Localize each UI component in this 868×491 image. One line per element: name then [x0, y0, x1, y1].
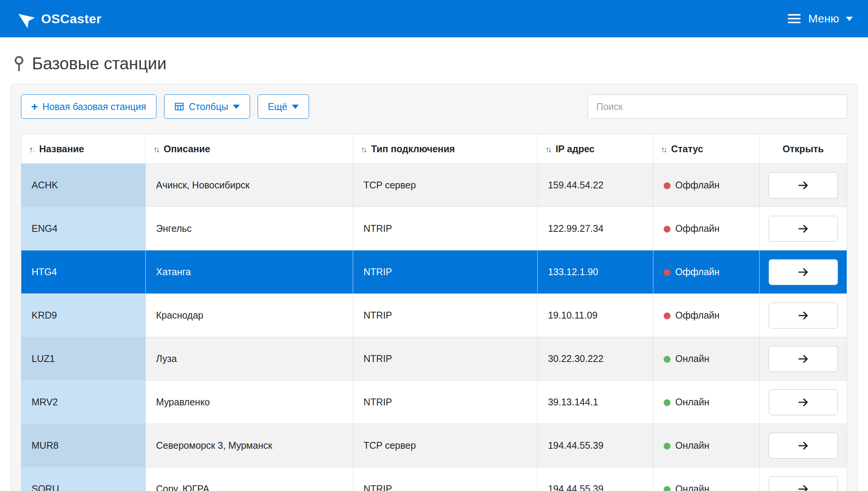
open-station-button[interactable]: [769, 259, 838, 285]
cell-description: Ачинск, Новосибирск: [146, 164, 353, 207]
column-label: Название: [39, 143, 84, 154]
table-row[interactable]: HTG4 Хатанга NTRIP 133.12.1.90 Оффлайн: [21, 250, 847, 294]
chevron-down-icon: [292, 105, 299, 109]
table-row[interactable]: KRD9 Краснодар NTRIP 19.10.11.09 Оффлайн: [21, 294, 847, 337]
status-label: Оффлайн: [675, 223, 720, 234]
menu-label: Меню: [808, 12, 839, 25]
cell-connection: NTRIP: [353, 467, 538, 491]
table-row[interactable]: MUR8 Североморск 3, Мурманск TCP сервер …: [21, 424, 847, 467]
table-row[interactable]: LUZ1 Луза NTRIP 30.22.30.222 Онлайн: [21, 337, 847, 381]
status-dot: [664, 312, 671, 319]
cell-open: [760, 424, 847, 467]
menu-toggle[interactable]: Меню: [787, 12, 853, 25]
open-station-button[interactable]: [769, 303, 838, 328]
brand[interactable]: OSCaster: [15, 9, 102, 29]
cell-name: ACHK: [21, 164, 146, 207]
toolbar-buttons: + Новая базовая станция Столбцы Ещё: [21, 94, 309, 119]
status-label: Оффлайн: [675, 266, 720, 277]
table-header-row: ↑↓Название↑↓Описание↑↓Тип подключения↑↓I…: [21, 134, 847, 164]
stations-panel: + Новая базовая станция Столбцы Ещё: [10, 84, 858, 491]
status-dot: [664, 226, 671, 233]
table-row[interactable]: MRV2 Муравленко NTRIP 39.13.144.1 Онлайн: [21, 381, 847, 424]
open-station-button[interactable]: [769, 172, 838, 198]
cell-status: Оффлайн: [653, 207, 760, 250]
column-header-status[interactable]: ↑↓Статус: [653, 134, 760, 164]
search-input[interactable]: [588, 94, 847, 119]
column-header-description[interactable]: ↑↓Описание: [146, 134, 353, 164]
status-dot: [664, 443, 671, 450]
table-row[interactable]: ENG4 Энгельс NTRIP 122.99.27.34 Оффлайн: [21, 207, 847, 250]
paper-plane-icon: [15, 9, 35, 29]
cell-status: Онлайн: [653, 424, 760, 467]
arrow-right-icon: [797, 179, 809, 191]
cell-connection: NTRIP: [353, 207, 538, 250]
column-label: Открыть: [782, 143, 823, 154]
cell-ip: 194.44.55.39: [537, 467, 653, 491]
cell-status: Онлайн: [653, 467, 760, 491]
table-row[interactable]: SORU Сору, ЮГРА NTRIP 194.44.55.39 Онлай…: [21, 467, 847, 491]
status-dot: [664, 356, 671, 363]
open-station-button[interactable]: [769, 346, 838, 372]
status-label: Онлайн: [675, 353, 710, 364]
columns-button[interactable]: Столбцы: [164, 94, 250, 119]
arrow-right-icon: [797, 483, 809, 491]
cell-open: [760, 381, 847, 424]
status-label: Онлайн: [675, 397, 710, 407]
arrow-right-icon: [797, 440, 809, 452]
open-station-button[interactable]: [769, 389, 838, 415]
sort-icon: ↑↓: [545, 145, 552, 154]
cell-ip: 39.13.144.1: [537, 381, 653, 424]
cell-name: HTG4: [21, 250, 146, 294]
column-header-open: Открыть: [760, 134, 847, 164]
cell-ip: 194.44.55.39: [537, 424, 653, 467]
navbar: OSCaster Меню: [0, 0, 868, 37]
column-label: Описание: [164, 143, 210, 154]
column-label: IP адрес: [556, 143, 595, 154]
cell-ip: 30.22.30.222: [537, 337, 653, 381]
hamburger-icon: [787, 13, 801, 24]
new-station-label: Новая базовая станция: [43, 101, 146, 112]
cell-open: [760, 467, 847, 491]
arrow-right-icon: [797, 223, 809, 235]
columns-label: Столбцы: [189, 101, 228, 112]
column-header-name[interactable]: ↑↓Название: [21, 134, 146, 164]
cell-connection: NTRIP: [353, 294, 538, 337]
stations-table-body: ACHK Ачинск, Новосибирск TCP сервер 159.…: [21, 164, 847, 491]
open-station-button[interactable]: [769, 476, 838, 491]
arrow-right-icon: [797, 309, 809, 322]
cell-connection: TCP сервер: [353, 164, 538, 207]
open-station-button[interactable]: [769, 433, 838, 459]
status-dot: [664, 399, 671, 406]
cell-name: KRD9: [21, 294, 146, 337]
cell-ip: 122.99.27.34: [537, 207, 653, 250]
status-label: Онлайн: [675, 440, 710, 451]
cell-open: [760, 164, 847, 207]
more-button[interactable]: Ещё: [258, 94, 309, 119]
open-station-button[interactable]: [769, 216, 838, 242]
page-title-label: Базовые станции: [32, 54, 166, 73]
new-station-button[interactable]: + Новая базовая станция: [21, 94, 156, 119]
column-header-connection[interactable]: ↑↓Тип подключения: [353, 134, 538, 164]
status-label: Оффлайн: [675, 180, 720, 190]
cell-connection: NTRIP: [353, 337, 538, 381]
arrow-right-icon: [797, 353, 809, 365]
cell-name: LUZ1: [21, 337, 146, 381]
more-label: Ещё: [268, 101, 287, 112]
cell-description: Луза: [146, 337, 353, 381]
plus-icon: +: [31, 101, 38, 112]
cell-open: [760, 294, 847, 337]
page-title: Базовые станции: [11, 54, 868, 73]
cell-name: SORU: [21, 467, 146, 491]
status-dot: [664, 269, 671, 276]
pin-icon: [11, 55, 27, 72]
column-label: Тип подключения: [371, 143, 455, 154]
table-row[interactable]: ACHK Ачинск, Новосибирск TCP сервер 159.…: [21, 164, 847, 207]
cell-name: ENG4: [21, 207, 146, 250]
cell-connection: NTRIP: [353, 250, 538, 294]
table-grid-icon: [174, 102, 184, 112]
cell-description: Краснодар: [146, 294, 353, 337]
column-header-ip[interactable]: ↑↓IP адрес: [537, 134, 653, 164]
brand-label: OSCaster: [41, 11, 102, 26]
status-label: Оффлайн: [675, 310, 720, 320]
cell-description: Муравленко: [146, 381, 353, 424]
